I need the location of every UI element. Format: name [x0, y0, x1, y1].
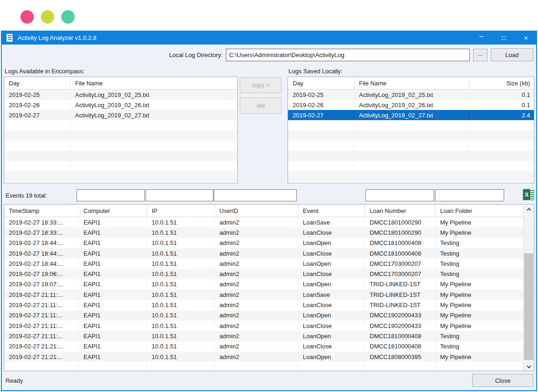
event-row[interactable]: 2019-02-27 21:11:...EAPI110.0.1.51admin2…	[4, 289, 534, 300]
local-log-row	[288, 161, 534, 171]
filter-userid-input[interactable]	[214, 189, 297, 201]
cell: admin2	[214, 258, 298, 269]
filter-loannumber-input[interactable]	[365, 189, 434, 201]
cell: 10.0.1.51	[147, 289, 214, 300]
column-header-day[interactable]: Day	[288, 77, 354, 90]
maximize-button[interactable]: □	[493, 31, 515, 45]
window-dot-yellow[interactable]	[41, 10, 54, 24]
column-header-filename[interactable]: File Name	[70, 77, 238, 90]
cell	[469, 130, 534, 141]
close-window-button[interactable]: ×	[515, 31, 537, 45]
cell: EAPI1	[78, 227, 147, 238]
cell: LoanClose	[298, 341, 365, 352]
local-log-row[interactable]: 2019-02-25ActivityLog_2019_02_25.txt0.1	[288, 90, 534, 100]
cell	[4, 151, 70, 161]
cell: 10.0.1.51	[147, 217, 214, 227]
cell: 10.0.1.51	[147, 341, 214, 352]
local-log-row	[288, 151, 534, 161]
cell: LoanOpen	[298, 331, 365, 341]
local-log-row[interactable]: 2019-02-27ActivityLog_2019_02_27.txt2.4	[288, 110, 534, 120]
cell	[469, 161, 534, 171]
event-row[interactable]: 2019-02-27 21:11:...EAPI110.0.1.51admin2…	[4, 300, 534, 310]
cell: Testing	[435, 248, 524, 258]
load-button[interactable]: Load	[491, 48, 533, 61]
cell: ActivityLog_2019_02_27.txt	[70, 110, 238, 120]
scrollbar-thumb[interactable]	[524, 253, 533, 360]
cell	[354, 161, 469, 171]
cell: My Pipeline	[435, 279, 524, 289]
window-dot-pink[interactable]	[20, 10, 34, 24]
column-header-day[interactable]: Day	[4, 77, 70, 90]
event-row[interactable]: 2019-02-27 18:44:...EAPI110.0.1.51admin2…	[4, 258, 534, 269]
event-row[interactable]: 2019-02-27 18:44:...EAPI110.0.1.51admin2…	[4, 238, 534, 248]
column-header-loanfolder[interactable]: Loan Folder	[435, 205, 524, 217]
column-header-filename[interactable]: File Name	[354, 77, 469, 90]
cell: DMCC1902000433	[365, 321, 435, 331]
encompass-log-row[interactable]: 2019-02-26ActivityLog_2019_02_26.txt	[4, 100, 237, 110]
filter-ip-input[interactable]	[146, 189, 213, 201]
event-row[interactable]: 2019-02-27 19:07:...EAPI110.0.1.51admin2…	[4, 279, 534, 289]
column-header-loannumber[interactable]: Loan Number	[365, 205, 435, 217]
column-header-userid[interactable]: UserID	[214, 205, 298, 217]
cell	[78, 362, 147, 371]
events-table: TimeStamp Computer IP UserID Event Loan …	[4, 204, 534, 371]
event-row[interactable]: 2019-02-27 21:11:...EAPI110.0.1.51admin2…	[4, 331, 534, 341]
cell: LoanClose	[298, 248, 365, 258]
log-file-icon	[6, 34, 13, 42]
cell: LoanOpen	[298, 238, 365, 248]
cell	[354, 141, 469, 151]
cell: LoanClose	[298, 300, 365, 310]
cell	[469, 171, 534, 181]
scroll-up-icon[interactable]	[524, 205, 534, 214]
column-header-size[interactable]: Size (kb)	[469, 77, 534, 90]
column-header-ip[interactable]: IP	[147, 205, 214, 217]
directory-input[interactable]	[226, 49, 470, 61]
cell: DMCC1801000290	[365, 227, 435, 238]
event-row[interactable]: 2019-02-27 21:11:...EAPI110.0.1.51admin2…	[4, 310, 534, 321]
cell: 2019-02-27 19:07:...	[4, 279, 78, 289]
event-row[interactable]: 2019-02-27 21:11:...EAPI110.0.1.51admin2…	[4, 321, 534, 331]
event-row[interactable]: 2019-02-27 19:06:...EAPI110.0.1.51admin2…	[4, 269, 534, 279]
vertical-scrollbar[interactable]	[523, 205, 533, 371]
event-row[interactable]: 2019-02-27 18:33:...EAPI110.0.1.51admin2…	[4, 227, 534, 238]
events-table-header: TimeStamp Computer IP UserID Event Loan …	[4, 205, 524, 217]
column-header-computer[interactable]: Computer	[78, 205, 147, 217]
cell: TRID-LINKED-1ST	[365, 300, 435, 310]
event-row[interactable]: 2019-02-27 21:21:...EAPI110.0.1.51admin2…	[4, 352, 534, 362]
cell	[354, 181, 469, 183]
cell	[469, 141, 534, 151]
cell	[354, 151, 469, 161]
scroll-down-icon[interactable]	[524, 362, 534, 371]
local-log-row[interactable]: 2019-02-26ActivityLog_2019_02_26.txt0.1	[288, 100, 534, 110]
close-button[interactable]: Close	[472, 374, 533, 387]
window-dot-teal[interactable]	[61, 10, 75, 24]
encompass-log-row[interactable]: 2019-02-27ActivityLog_2019_02_27.txt	[4, 110, 237, 120]
event-row[interactable]: 2019-02-27 18:33:...EAPI110.0.1.51admin2…	[4, 217, 534, 227]
cell	[288, 141, 354, 151]
event-row[interactable]: 2019-02-27 21:21:...EAPI110.0.1.51admin2…	[4, 341, 534, 352]
filter-computer-input[interactable]	[77, 189, 145, 201]
export-excel-button[interactable]: X	[523, 189, 534, 200]
event-row[interactable]: 2019-02-27 18:44:...EAPI110.0.1.51admin2…	[4, 248, 534, 258]
filter-loanfolder-input[interactable]	[435, 189, 504, 201]
delete-button[interactable]: del	[240, 97, 282, 114]
excel-sheet-icon	[530, 189, 534, 200]
copy-button[interactable]: copy >	[240, 77, 282, 93]
cell: EAPI1	[78, 269, 147, 279]
cell: 2019-02-26	[4, 100, 70, 110]
cell: LoanOpen	[298, 258, 365, 269]
browse-button[interactable]: ...	[473, 49, 487, 61]
cell: LoanSave	[298, 217, 365, 227]
cell: 2019-02-27 21:11:...	[4, 289, 78, 300]
cell: admin2	[214, 331, 298, 341]
cell: 0.1	[469, 90, 534, 100]
cell: LoanOpen	[298, 310, 365, 321]
encompass-log-row[interactable]: 2019-02-25ActivityLog_2019_02_25.txt	[4, 90, 237, 100]
cell	[4, 181, 70, 183]
cell	[469, 181, 534, 183]
cell: Testing	[435, 238, 524, 248]
column-header-timestamp[interactable]: TimeStamp	[4, 205, 78, 217]
cell	[214, 362, 298, 371]
minimize-button[interactable]: –	[470, 31, 493, 45]
column-header-event[interactable]: Event	[298, 205, 365, 217]
